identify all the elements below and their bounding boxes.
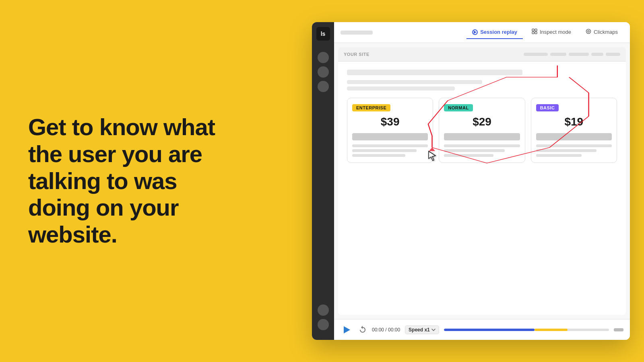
pricing-card-basic: BASIC $19 xyxy=(531,98,617,163)
svg-rect-3 xyxy=(535,32,537,34)
hero-text: Get to know what the user you are talkin… xyxy=(28,114,215,248)
skeleton-header xyxy=(347,70,522,75)
app-window: ls Session replay xyxy=(312,22,630,340)
browser-body: ENTERPRISE $39 NORMAL xyxy=(338,62,626,171)
sidebar-bottom xyxy=(318,304,329,335)
right-panel: ls Session replay xyxy=(298,0,644,362)
btn-normal xyxy=(444,133,520,140)
replay-icon xyxy=(358,325,367,334)
tab-clickmaps[interactable]: Clickmaps xyxy=(580,25,623,39)
progress-fill-blue xyxy=(444,329,535,331)
clickmaps-icon xyxy=(586,29,591,35)
svg-point-4 xyxy=(586,29,591,34)
svg-point-5 xyxy=(588,31,589,32)
card-line-e-3 xyxy=(352,154,405,157)
card-lines-enterprise xyxy=(352,144,428,157)
hero-line-3: talking to was xyxy=(28,168,177,194)
sidebar-nav-item-3[interactable] xyxy=(318,81,329,92)
play-icon xyxy=(474,31,477,34)
svg-rect-0 xyxy=(532,29,534,31)
card-line-e-1 xyxy=(352,144,428,147)
tab-inspect-mode[interactable]: Inspect mode xyxy=(526,25,577,39)
progress-bar[interactable] xyxy=(444,329,609,331)
left-panel: Get to know what the user you are talkin… xyxy=(0,0,298,362)
session-replay-icon xyxy=(472,29,478,35)
btn-enterprise xyxy=(352,133,428,140)
hero-line-5: website. xyxy=(28,221,117,247)
play-button[interactable] xyxy=(341,323,353,336)
pricing-card-enterprise: ENTERPRISE $39 xyxy=(347,98,433,163)
btn-basic xyxy=(536,133,612,140)
speed-label: Speed x1 xyxy=(409,327,430,333)
svg-rect-1 xyxy=(535,29,537,31)
sidebar-nav-item-2[interactable] xyxy=(318,66,329,78)
pricing-row: ENTERPRISE $39 NORMAL xyxy=(347,98,617,163)
sidebar-bottom-item-1[interactable] xyxy=(318,304,329,316)
inspect-mode-icon xyxy=(532,29,537,35)
session-replay-label: Session replay xyxy=(480,29,517,35)
price-basic: $19 xyxy=(536,115,612,128)
sidebar-nav-item-1[interactable] xyxy=(318,52,329,63)
hero-line-1: Get to know what xyxy=(28,114,215,140)
card-line-b-2 xyxy=(536,149,597,152)
site-label: YOUR SITE xyxy=(344,52,369,57)
card-line-n-1 xyxy=(444,144,520,147)
play-triangle-icon xyxy=(344,326,350,333)
url-bar-3 xyxy=(569,53,589,56)
hero-line-2: the user you are xyxy=(28,141,202,167)
card-line-b-1 xyxy=(536,144,612,147)
card-lines-normal xyxy=(444,144,520,157)
price-normal: $29 xyxy=(444,115,520,128)
sidebar: ls xyxy=(312,22,334,340)
progress-fill-yellow xyxy=(535,329,568,331)
hero-line-4: doing on your xyxy=(28,194,179,220)
pricing-card-normal: NORMAL $29 xyxy=(439,98,525,163)
url-bar-1 xyxy=(524,53,548,56)
card-lines-basic xyxy=(536,144,612,157)
replay-button[interactable] xyxy=(358,325,367,334)
badge-normal: NORMAL xyxy=(444,104,473,111)
time-display: 00:00 / 00:00 xyxy=(372,327,400,333)
skeleton-line-1 xyxy=(347,80,482,84)
card-line-b-3 xyxy=(536,154,582,157)
card-line-n-2 xyxy=(444,149,505,152)
browser-area: YOUR SITE xyxy=(338,47,626,315)
clickmaps-label: Clickmaps xyxy=(594,29,618,35)
url-bars xyxy=(524,53,620,56)
browser-topbar: YOUR SITE xyxy=(338,47,626,62)
inspect-mode-label: Inspect mode xyxy=(540,29,571,35)
badge-enterprise: ENTERPRISE xyxy=(352,104,390,111)
url-bar-4 xyxy=(591,53,603,56)
url-bar-5 xyxy=(606,53,620,56)
svg-rect-2 xyxy=(532,32,534,34)
speed-chevron-icon xyxy=(431,329,436,331)
main-content: Session replay Inspect mode xyxy=(334,22,630,340)
speed-selector[interactable]: Speed x1 xyxy=(405,325,439,334)
top-bar: Session replay Inspect mode xyxy=(334,22,630,43)
price-enterprise: $39 xyxy=(352,115,428,128)
card-line-n-3 xyxy=(444,154,493,157)
tab-session-replay[interactable]: Session replay xyxy=(466,26,523,39)
player-bar: 00:00 / 00:00 Speed x1 xyxy=(334,319,630,340)
badge-basic: BASIC xyxy=(536,104,559,111)
end-indicator xyxy=(614,328,623,331)
top-bar-spacer xyxy=(341,31,373,35)
sidebar-bottom-item-2[interactable] xyxy=(318,319,329,330)
sidebar-logo: ls xyxy=(316,27,330,41)
url-bar-2 xyxy=(550,53,566,56)
skeleton-line-2 xyxy=(347,86,455,90)
card-line-e-2 xyxy=(352,149,417,152)
